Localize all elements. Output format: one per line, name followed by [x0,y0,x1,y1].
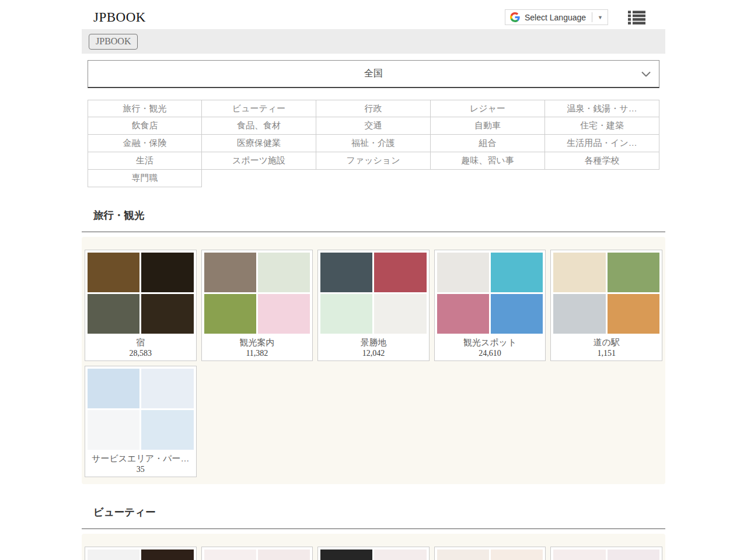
site-thumbnail [437,253,489,292]
subcategory-card[interactable]: 観光スポット 24,610 [434,250,546,361]
region-select-value: 全国 [364,68,383,80]
subcategory-card[interactable] [317,547,430,560]
site-thumbnail [320,294,372,334]
card-count: 28,583 [88,348,194,358]
google-logo-icon [510,12,520,22]
category-item[interactable]: 生活用品・イン… [545,135,659,152]
card-count: 1,151 [553,348,659,358]
thumbnail-collage [437,550,543,560]
category-item[interactable]: 飲食店 [88,117,202,135]
subcategory-card[interactable]: サービスエリア・パー… 35 [85,366,197,477]
subcategory-card[interactable] [201,547,313,560]
category-item[interactable]: 各種学校 [545,152,659,170]
travel-cards-section: 宿 28,583 観光案内 11,382 景勝地 12,042 [82,237,665,484]
category-item[interactable]: 温泉・銭湯・サ… [545,100,659,117]
thumbnail-collage [320,253,427,334]
beauty-cards-section [82,534,665,560]
subcategory-card[interactable] [85,547,197,560]
site-thumbnail [258,294,310,334]
site-thumbnail [491,294,543,334]
subcategory-card[interactable] [434,547,546,560]
region-select[interactable]: 全国 [88,60,659,88]
category-item[interactable]: 趣味、習い事 [431,152,545,170]
card-label: 観光スポット [437,337,543,348]
translate-arrow-icon: ▼ [598,15,603,20]
site-thumbnail [491,550,543,560]
chevron-down-icon [641,71,651,76]
breadcrumb: JPBOOK [82,29,665,54]
category-item[interactable]: 金融・保険 [88,135,202,152]
site-thumbnail [374,253,426,292]
thumbnail-collage [88,253,194,334]
site-thumbnail [491,253,543,292]
category-item[interactable]: 行政 [316,100,431,117]
category-item[interactable]: 住宅・建築 [545,117,659,135]
site-thumbnail [320,253,372,292]
google-translate-dropdown[interactable]: Select Language ▼ [505,9,608,25]
category-item[interactable]: ビューティー [202,100,316,117]
breadcrumb-home-button[interactable]: JPBOOK [89,34,138,50]
list-menu-icon[interactable] [628,10,645,24]
site-thumbnail [608,253,659,292]
category-item[interactable]: 専門職 [88,170,202,187]
card-count: 11,382 [204,348,310,358]
category-item[interactable]: 旅行・観光 [88,100,202,117]
site-thumbnail [374,294,426,334]
category-item[interactable]: 福祉・介護 [316,135,431,152]
site-thumbnail [553,550,605,560]
card-label: 宿 [88,337,194,348]
thumbnail-collage [553,253,659,334]
category-item[interactable]: 生活 [88,152,202,170]
site-thumbnail [437,294,489,334]
site-thumbnail [88,410,139,450]
category-item[interactable]: 食品、食材 [202,117,316,135]
thumbnail-collage [320,550,427,560]
card-count: 12,042 [320,348,427,358]
subcategory-card[interactable]: 景勝地 12,042 [317,250,430,361]
category-item[interactable]: 自動車 [431,117,545,135]
translate-label: Select Language [525,13,586,22]
category-item[interactable]: レジャー [431,100,545,117]
site-thumbnail [553,253,605,292]
card-label: 景勝地 [320,337,427,348]
subcategory-card[interactable]: 観光案内 11,382 [201,250,313,361]
site-thumbnail [88,550,139,560]
thumbnail-collage [204,253,310,334]
card-label: サービスエリア・パー… [88,453,194,464]
category-item[interactable]: 交通 [316,117,431,135]
site-thumbnail [88,253,139,292]
site-thumbnail [141,410,193,450]
card-label: 観光案内 [204,337,310,348]
subcategory-card[interactable] [550,547,662,560]
site-thumbnail [437,550,489,560]
page-container: JPBOOK Select Language ▼ [82,0,665,560]
category-item[interactable]: スポーツ施設 [202,152,316,170]
category-item[interactable]: 組合 [431,135,545,152]
site-thumbnail [204,253,256,292]
thumbnail-collage [437,253,543,334]
thumbnail-collage [553,550,659,560]
header: JPBOOK Select Language ▼ [82,0,665,29]
site-thumbnail [258,253,310,292]
site-thumbnail [553,294,605,334]
site-thumbnail [608,294,659,334]
subcategory-card[interactable]: 宿 28,583 [85,250,197,361]
section-title-beauty: ビューティー [82,505,665,529]
header-actions: Select Language ▼ [505,9,654,25]
thumbnail-collage [204,550,310,560]
site-thumbnail [204,550,256,560]
category-item[interactable]: 医療保健業 [202,135,316,152]
category-item[interactable]: ファッション [316,152,431,170]
site-logo[interactable]: JPBOOK [93,10,146,25]
card-count: 35 [88,464,194,474]
section-title-travel: 旅行・観光 [82,208,665,232]
subcategory-card[interactable]: 道の駅 1,151 [550,250,662,361]
site-thumbnail [88,294,139,334]
category-grid: 旅行・観光 ビューティー 行政 レジャー 温泉・銭湯・サ… 飲食店 食品、食材 … [88,100,659,187]
thumbnail-collage [88,550,194,560]
translate-divider [592,12,592,22]
site-thumbnail [141,550,193,560]
thumbnail-collage [88,369,194,450]
site-thumbnail [608,550,659,560]
site-thumbnail [141,253,193,292]
